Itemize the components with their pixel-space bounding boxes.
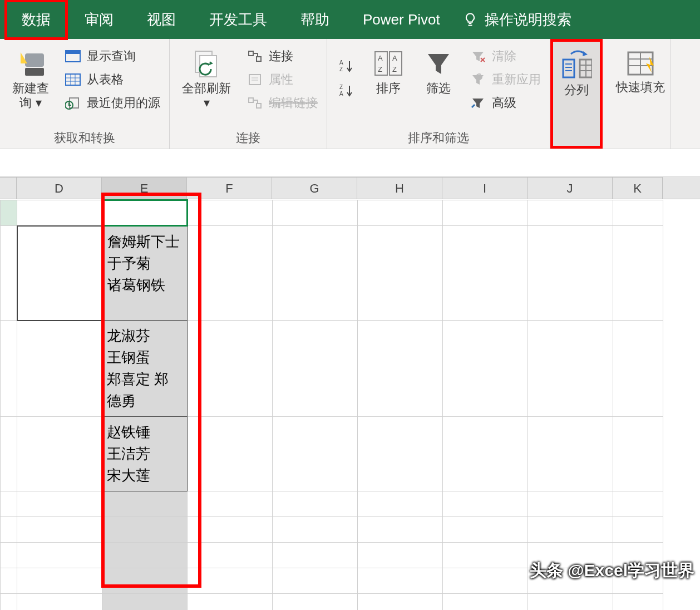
tab-devtools[interactable]: 开发工具 bbox=[193, 0, 284, 40]
col-header-d[interactable]: D bbox=[17, 177, 102, 199]
tab-review[interactable]: 审阅 bbox=[68, 0, 130, 40]
tab-help[interactable]: 帮助 bbox=[284, 0, 346, 40]
column-headers: D E F G H I J K bbox=[0, 177, 700, 199]
reapply-button: 重新应用 bbox=[467, 70, 543, 89]
svg-rect-4 bbox=[66, 74, 80, 85]
new-query-button[interactable]: 新建查 询 ▾ bbox=[7, 45, 55, 112]
svg-text:A: A bbox=[378, 54, 383, 62]
svg-rect-9 bbox=[70, 98, 78, 108]
svg-rect-15 bbox=[249, 75, 260, 85]
tab-view[interactable]: 视图 bbox=[130, 0, 193, 40]
col-header-k[interactable]: K bbox=[613, 177, 663, 199]
svg-text:A: A bbox=[339, 60, 343, 66]
cell-e4[interactable]: 赵铁锤 王洁芳 宋大莲 bbox=[102, 417, 188, 491]
refresh-all-icon bbox=[191, 48, 222, 79]
sort-asc-button[interactable]: AZ bbox=[336, 58, 357, 74]
group-get-transform: 新建查 询 ▾ 显示查询 从表格 最近使用的源 获取和转换 bbox=[0, 39, 170, 149]
svg-rect-1 bbox=[25, 68, 44, 76]
advanced-filter-button[interactable]: 高级 bbox=[467, 94, 543, 112]
lightbulb-icon bbox=[462, 12, 478, 27]
cell-e2[interactable]: 詹姆斯下士 于予菊 诸葛钢铁 bbox=[102, 226, 188, 321]
col-header-j[interactable]: J bbox=[528, 177, 613, 199]
properties-icon bbox=[247, 73, 263, 86]
svg-rect-19 bbox=[257, 104, 261, 108]
svg-text:Z: Z bbox=[378, 65, 382, 73]
refresh-all-button[interactable]: 全部刷新 ▾ bbox=[176, 45, 236, 112]
svg-text:Z: Z bbox=[339, 66, 343, 72]
svg-rect-0 bbox=[25, 53, 44, 67]
properties-label: 属性 bbox=[269, 71, 293, 88]
connections-label: 连接 bbox=[269, 48, 293, 65]
flash-fill-label: 快速填充 bbox=[616, 80, 665, 95]
text-to-columns-icon bbox=[561, 50, 592, 81]
advanced-filter-icon bbox=[470, 96, 486, 110]
clear-filter-button: 清除 bbox=[467, 47, 543, 66]
show-queries-button[interactable]: 显示查询 bbox=[62, 47, 162, 66]
text-to-columns-button[interactable]: 分列 bbox=[550, 39, 603, 149]
svg-text:Z: Z bbox=[392, 65, 397, 73]
recent-sources-label: 最近使用的源 bbox=[87, 95, 160, 111]
svg-rect-18 bbox=[249, 98, 253, 102]
from-table-icon bbox=[65, 73, 81, 86]
recent-sources-button[interactable]: 最近使用的源 bbox=[62, 94, 162, 112]
sort-desc-icon: ZA bbox=[338, 84, 355, 97]
group-data-tools: 分列 快速填充 bbox=[550, 39, 671, 149]
flash-fill-button[interactable]: 快速填充 bbox=[610, 39, 671, 149]
from-table-label: 从表格 bbox=[87, 71, 124, 88]
filter-icon bbox=[423, 48, 454, 79]
select-all-corner[interactable] bbox=[0, 177, 17, 199]
sort-asc-icon: AZ bbox=[338, 60, 355, 73]
filter-label: 筛选 bbox=[426, 81, 451, 96]
group-sort-filter-label: 排序和筛选 bbox=[334, 126, 543, 149]
col-header-g[interactable]: G bbox=[272, 177, 357, 199]
cell-e3[interactable]: 龙淑芬 王钢蛋 郑喜定 郑德勇 bbox=[102, 321, 188, 417]
tab-powerpivot[interactable]: Power Pivot bbox=[346, 1, 457, 38]
clear-filter-label: 清除 bbox=[492, 48, 516, 65]
new-query-icon bbox=[15, 48, 46, 79]
clear-filter-icon bbox=[470, 50, 486, 63]
col-header-h[interactable]: H bbox=[357, 177, 442, 199]
group-sort-filter: AZ ZA AZAZ 排序 筛选 清 bbox=[327, 39, 550, 149]
recent-sources-icon bbox=[65, 96, 81, 110]
from-table-button[interactable]: 从表格 bbox=[62, 70, 162, 89]
show-queries-icon bbox=[65, 50, 81, 63]
watermark: 头条 @Excel学习世界 bbox=[530, 559, 694, 582]
properties-button: 属性 bbox=[244, 70, 320, 89]
connections-button[interactable]: 连接 bbox=[244, 47, 320, 66]
svg-rect-13 bbox=[249, 51, 253, 56]
edit-links-icon bbox=[247, 96, 263, 110]
new-query-label: 新建查 询 ▾ bbox=[12, 81, 49, 111]
group-connections: 全部刷新 ▾ 连接 属性 编辑链接 连接 bbox=[170, 39, 327, 149]
svg-rect-14 bbox=[257, 57, 261, 61]
text-to-columns-label: 分列 bbox=[564, 83, 589, 97]
connections-icon bbox=[247, 50, 263, 63]
tab-data[interactable]: 数据 bbox=[4, 0, 68, 40]
sort-label: 排序 bbox=[376, 81, 401, 96]
spreadsheet-area: D E F G H I J K 詹姆斯下士 于予菊 诸葛钢铁 龙淑芬 王钢蛋 郑… bbox=[0, 177, 700, 610]
advanced-filter-label: 高级 bbox=[492, 95, 516, 111]
ribbon: 新建查 询 ▾ 显示查询 从表格 最近使用的源 获取和转换 bbox=[0, 39, 700, 149]
reapply-icon bbox=[470, 73, 486, 86]
show-queries-label: 显示查询 bbox=[87, 48, 136, 65]
spreadsheet-grid[interactable]: 詹姆斯下士 于予菊 诸葛钢铁 龙淑芬 王钢蛋 郑喜定 郑德勇 赵铁锤 王洁芳 宋… bbox=[0, 199, 663, 610]
refresh-all-label: 全部刷新 ▾ bbox=[182, 81, 231, 111]
col-header-e[interactable]: E bbox=[102, 177, 187, 199]
tell-me-search[interactable]: 操作说明搜索 bbox=[462, 10, 571, 29]
svg-text:A: A bbox=[339, 91, 343, 97]
reapply-label: 重新应用 bbox=[492, 71, 541, 88]
flash-fill-icon bbox=[625, 47, 656, 78]
edit-links-button: 编辑链接 bbox=[244, 94, 320, 112]
formula-bar[interactable] bbox=[0, 149, 700, 177]
svg-text:A: A bbox=[392, 54, 397, 62]
svg-text:Z: Z bbox=[339, 84, 343, 90]
sort-icon: AZAZ bbox=[373, 48, 404, 79]
svg-rect-3 bbox=[66, 51, 80, 54]
edit-links-label: 编辑链接 bbox=[269, 95, 318, 111]
col-header-f[interactable]: F bbox=[187, 177, 272, 199]
sort-button[interactable]: AZAZ 排序 bbox=[367, 45, 410, 112]
tell-me-label: 操作说明搜索 bbox=[485, 10, 571, 29]
col-header-i[interactable]: I bbox=[442, 177, 528, 199]
filter-button[interactable]: 筛选 bbox=[417, 45, 460, 112]
group-connections-label: 连接 bbox=[176, 126, 320, 149]
sort-desc-button[interactable]: ZA bbox=[336, 83, 357, 99]
